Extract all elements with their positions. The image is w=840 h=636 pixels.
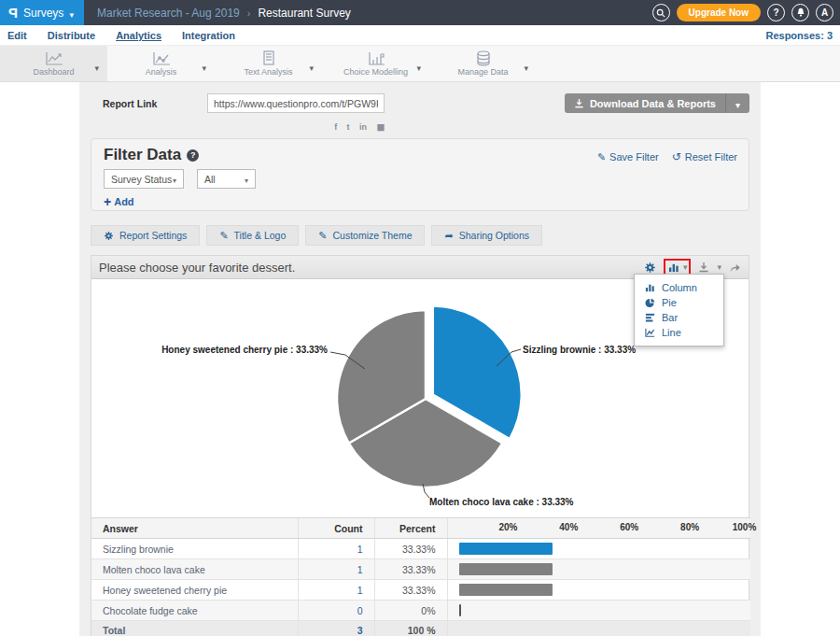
bar-cell bbox=[447, 580, 750, 601]
header-answer: Answer bbox=[91, 518, 298, 539]
bar-cell bbox=[447, 559, 750, 580]
percent-cell: 33.33% bbox=[374, 559, 447, 580]
table-row: Chocolate fudge cake 0 0% bbox=[91, 601, 750, 621]
twitter-icon[interactable]: t bbox=[347, 122, 350, 132]
questionpro-logo: P bbox=[8, 5, 18, 21]
download-icon bbox=[698, 261, 709, 273]
survey-nav: Edit Distribute Analytics Integration Re… bbox=[0, 25, 840, 45]
top-header: P Surveys Market Research - Aug 2019 › R… bbox=[0, 0, 840, 25]
total-bar-cell bbox=[447, 621, 750, 636]
download-chart-button[interactable] bbox=[697, 261, 710, 274]
avatar[interactable]: A bbox=[816, 4, 833, 21]
filter-data-title: Filter Data bbox=[104, 146, 199, 164]
nav-analytics[interactable]: Analytics bbox=[116, 30, 161, 41]
report-link-input[interactable] bbox=[207, 93, 385, 113]
scale-60: 60% bbox=[620, 522, 638, 532]
embed-icon[interactable]: ▦ bbox=[376, 122, 385, 132]
toolbar-item-dashboard[interactable]: Dashboard bbox=[0, 46, 107, 81]
notifications-button[interactable] bbox=[791, 4, 809, 21]
linkedin-icon[interactable]: in bbox=[359, 122, 367, 132]
facebook-icon[interactable]: f bbox=[334, 122, 337, 132]
percent-bar bbox=[459, 584, 553, 596]
tab-report-settings[interactable]: Report Settings bbox=[91, 225, 200, 246]
percent-bar bbox=[459, 604, 461, 616]
nav-integration[interactable]: Integration bbox=[182, 30, 235, 41]
answer-cell: Molten choco lava cake bbox=[91, 559, 298, 580]
total-percent: 100 % bbox=[374, 621, 447, 636]
header-actions: Upgrade Now ? A bbox=[652, 4, 840, 21]
tab-sharing-options[interactable]: Sharing Options bbox=[431, 225, 542, 246]
chevron-down-icon[interactable] bbox=[416, 58, 421, 75]
toolbar-item-choice-modelling[interactable]: Choice Modelling bbox=[322, 46, 429, 81]
results-table: Answer Count Percent 20% 40% 60% 80% 100… bbox=[91, 517, 750, 636]
breadcrumb-folder[interactable]: Market Research - Aug 2019 bbox=[97, 7, 240, 20]
toolbar-item-manage-data[interactable]: Manage Data bbox=[429, 46, 537, 81]
gear-icon bbox=[104, 231, 114, 241]
product-switcher[interactable]: P Surveys bbox=[0, 0, 84, 25]
column-chart-icon bbox=[668, 262, 679, 273]
filter-data-panel: Filter Data Save Filter Reset Filter Sur… bbox=[91, 138, 749, 211]
survey-status-select[interactable]: Survey Status bbox=[104, 169, 184, 189]
share-chart-button[interactable] bbox=[728, 261, 741, 274]
chevron-down-icon bbox=[69, 5, 74, 21]
add-filter-button[interactable]: Add bbox=[104, 194, 134, 209]
menu-item-pie[interactable]: Pie bbox=[635, 295, 723, 310]
gears-icon bbox=[644, 261, 656, 274]
filter-selects: Survey Status All bbox=[104, 169, 256, 189]
nav-edit[interactable]: Edit bbox=[7, 30, 27, 41]
toolbar-item-analysis[interactable]: Analysis bbox=[107, 46, 215, 81]
share-icon bbox=[444, 230, 453, 242]
save-filter-button[interactable]: Save Filter bbox=[597, 150, 659, 163]
menu-item-bar[interactable]: Bar bbox=[635, 310, 723, 325]
chevron-down-icon[interactable] bbox=[524, 58, 528, 75]
percent-cell: 33.33% bbox=[374, 580, 447, 601]
answer-cell: Honey sweetened cherry pie bbox=[91, 580, 298, 601]
answer-cell: Chocolate fudge cake bbox=[91, 601, 298, 621]
help-button[interactable]: ? bbox=[767, 4, 785, 21]
menu-item-line[interactable]: Line bbox=[635, 325, 723, 340]
search-button[interactable] bbox=[652, 4, 670, 21]
chevron-down-icon[interactable] bbox=[717, 262, 721, 272]
chart-settings-button[interactable] bbox=[644, 261, 657, 274]
table-total-row: Total 3 100 % bbox=[91, 621, 750, 636]
reset-icon bbox=[672, 150, 681, 163]
chevron-down-icon[interactable] bbox=[309, 58, 314, 75]
breadcrumb-separator: › bbox=[247, 7, 251, 19]
upgrade-now-button[interactable]: Upgrade Now bbox=[677, 4, 761, 21]
download-options-caret[interactable] bbox=[725, 93, 749, 113]
count-cell[interactable]: 0 bbox=[298, 601, 374, 621]
chevron-down-icon bbox=[245, 174, 248, 185]
count-cell[interactable]: 1 bbox=[298, 559, 374, 580]
menu-item-column[interactable]: Column bbox=[635, 280, 723, 295]
percent-cell: 33.33% bbox=[374, 539, 447, 559]
table-row: Honey sweetened cherry pie 1 33.33% bbox=[91, 580, 750, 601]
toolbar-item-text-analysis[interactable]: Text Analysis bbox=[215, 46, 322, 81]
responses-count[interactable]: Responses: 3 bbox=[765, 30, 833, 41]
chart-type-button[interactable] bbox=[667, 261, 680, 274]
text-analysis-icon bbox=[260, 50, 277, 66]
question-chart-panel: Please choose your favorite dessert. bbox=[91, 255, 749, 636]
download-data-reports-button[interactable]: Download Data & Reports bbox=[565, 93, 749, 113]
tab-customize-theme[interactable]: Customize Theme bbox=[305, 225, 425, 246]
report-link-label: Report Link bbox=[103, 98, 157, 109]
count-cell[interactable]: 1 bbox=[298, 580, 374, 601]
total-label: Total bbox=[91, 621, 298, 636]
count-cell[interactable]: 1 bbox=[298, 539, 374, 559]
table-row: Sizzling brownie 1 33.33% bbox=[91, 539, 750, 559]
chevron-down-icon[interactable] bbox=[683, 262, 688, 272]
answer-cell: Sizzling brownie bbox=[91, 539, 298, 559]
tab-title-logo[interactable]: Title & Logo bbox=[206, 225, 299, 246]
nav-distribute[interactable]: Distribute bbox=[48, 30, 95, 41]
chevron-down-icon bbox=[173, 174, 176, 185]
choice-modelling-icon bbox=[366, 51, 386, 66]
help-icon[interactable] bbox=[187, 149, 199, 162]
database-icon bbox=[474, 50, 493, 66]
scale-20: 20% bbox=[498, 522, 517, 532]
chevron-down-icon[interactable] bbox=[202, 58, 206, 75]
dashboard-chart-icon bbox=[44, 51, 64, 66]
header-count: Count bbox=[298, 518, 374, 539]
pie-chart-icon bbox=[645, 298, 655, 308]
chevron-down-icon[interactable] bbox=[94, 58, 99, 75]
reset-filter-button[interactable]: Reset Filter bbox=[672, 150, 737, 163]
status-value-select[interactable]: All bbox=[197, 169, 256, 189]
